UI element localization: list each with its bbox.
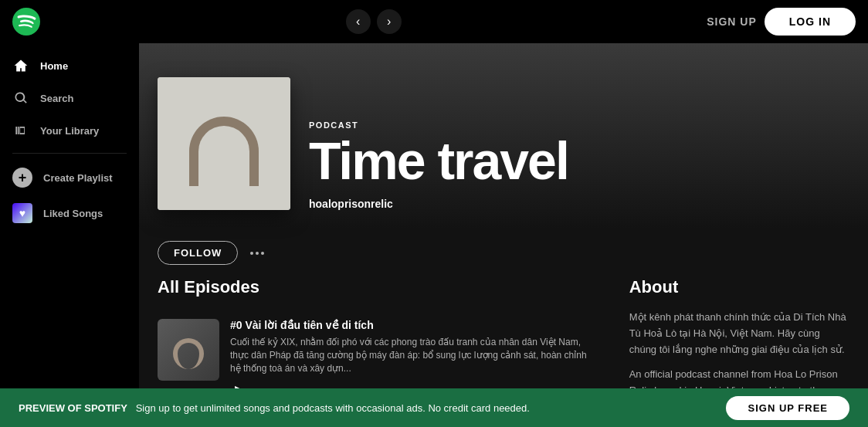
top-bar: ‹ › SIGN UP LOG IN <box>0 0 868 43</box>
follow-button[interactable]: FOLLOW <box>158 241 238 265</box>
auth-controls: SIGN UP LOG IN <box>707 8 856 36</box>
episodes-about-layout: All Episodes #0 Vài lời đầu tiên về di t… <box>139 277 868 388</box>
sign-up-free-button[interactable]: SIGN UP FREE <box>726 396 849 420</box>
episode-title: #0 Vài lời đầu tiên về di tích <box>230 319 598 331</box>
sign-up-button[interactable]: SIGN UP <box>707 15 757 28</box>
create-playlist-icon: + <box>12 168 32 188</box>
episode-description: Cuối thế kỷ XIX, nhằm đối phó với các ph… <box>230 336 598 374</box>
preview-bar: PREVIEW OF SPOTIFY Sign up to get unlimi… <box>0 388 868 427</box>
sidebar: Home Search Your Library + Create Playli… <box>0 43 139 388</box>
dot3 <box>261 252 264 255</box>
sidebar-divider <box>12 153 127 154</box>
sidebar-item-liked-songs[interactable]: ♥ Liked Songs <box>0 195 139 231</box>
episode-content: #0 Vài lời đầu tiên về di tích Cuối thế … <box>230 319 598 388</box>
sidebar-item-library[interactable]: Your Library <box>0 114 139 147</box>
play-button[interactable]: ▶ <box>230 381 252 388</box>
search-icon <box>12 90 29 107</box>
podcast-type-label: PODCAST <box>309 120 849 130</box>
nav-controls: ‹ › <box>346 9 402 34</box>
episode-thumb-art-1 <box>158 319 219 381</box>
content-area: PODCAST Time travel hoaloprisonrelic FOL… <box>139 43 868 388</box>
home-label: Home <box>40 60 68 72</box>
create-playlist-label: Create Playlist <box>43 172 113 184</box>
podcast-title: Time travel <box>309 134 849 187</box>
sidebar-item-home[interactable]: Home <box>0 49 139 82</box>
forward-button[interactable]: › <box>377 9 402 34</box>
dot1 <box>250 252 253 255</box>
action-bar: FOLLOW <box>139 229 868 277</box>
preview-text: PREVIEW OF SPOTIFY Sign up to get unlimi… <box>19 402 530 414</box>
sidebar-item-search[interactable]: Search <box>0 82 139 114</box>
about-section-title: About <box>629 277 849 297</box>
liked-songs-label: Liked Songs <box>43 208 103 219</box>
more-options-button[interactable] <box>250 252 264 255</box>
about-paragraph-2: An official podcast channel from Hoa Lo … <box>629 367 849 388</box>
episodes-section: All Episodes #0 Vài lời đầu tiên về di t… <box>158 277 629 388</box>
episode-meta: ▶ Jun 15 · 2 min <box>230 381 598 388</box>
podcast-hero: PODCAST Time travel hoaloprisonrelic <box>139 43 868 229</box>
preview-body: Sign up to get unlimited songs and podca… <box>136 402 530 414</box>
episode-item[interactable]: #0 Vài lời đầu tiên về di tích Cuối thế … <box>158 310 598 388</box>
episodes-section-title: All Episodes <box>158 277 598 297</box>
library-icon <box>12 122 29 139</box>
preview-label: PREVIEW OF SPOTIFY <box>19 402 127 414</box>
about-section: About Một kênh phát thanh chính thức của… <box>629 277 849 388</box>
podcast-author: hoaloprisonrelic <box>309 198 849 210</box>
liked-songs-icon: ♥ <box>12 203 32 223</box>
episode-thumbnail <box>158 319 219 381</box>
library-label: Your Library <box>40 125 99 137</box>
about-paragraph-1: Một kênh phát thanh chính thức của Di Tí… <box>629 310 849 358</box>
podcast-cover-art <box>158 77 290 210</box>
podcast-cover <box>158 77 290 210</box>
dot2 <box>256 252 259 255</box>
arch-decoration <box>189 117 259 186</box>
sidebar-item-create-playlist[interactable]: + Create Playlist <box>0 160 139 195</box>
main-layout: Home Search Your Library + Create Playli… <box>0 43 868 388</box>
log-in-button[interactable]: LOG IN <box>765 8 856 36</box>
spotify-logo <box>12 8 40 36</box>
home-icon <box>12 57 29 74</box>
search-label: Search <box>40 93 73 104</box>
back-button[interactable]: ‹ <box>346 9 371 34</box>
thumb-arch <box>173 338 204 369</box>
podcast-info: PODCAST Time travel hoaloprisonrelic <box>309 120 849 210</box>
